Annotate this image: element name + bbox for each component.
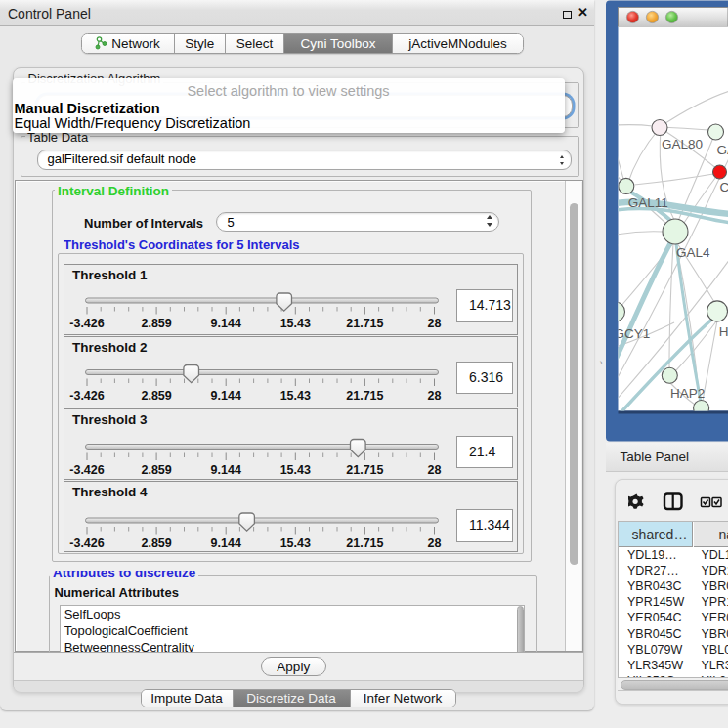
svg-text:-3.426: -3.426	[69, 317, 104, 330]
svg-text:9.144: 9.144	[210, 536, 240, 550]
svg-text:21.715: 21.715	[346, 536, 383, 550]
svg-text:28: 28	[427, 317, 441, 330]
svg-text:C: C	[720, 180, 728, 194]
svg-text:H: H	[719, 324, 728, 339]
svg-text:GAL80: GAL80	[662, 137, 703, 151]
svg-text:2.859: 2.859	[141, 317, 171, 330]
svg-text:21.715: 21.715	[346, 462, 383, 476]
svg-text:-3.426: -3.426	[69, 388, 104, 402]
svg-text:28: 28	[427, 536, 441, 550]
svg-text:21.715: 21.715	[346, 317, 383, 330]
svg-text:21.715: 21.715	[346, 388, 383, 402]
svg-text:15.43: 15.43	[279, 462, 310, 476]
svg-text:-3.426: -3.426	[69, 462, 104, 476]
svg-text:15.43: 15.43	[279, 317, 310, 330]
svg-text:15.43: 15.43	[279, 536, 310, 550]
svg-text:-3.426: -3.426	[69, 536, 104, 550]
svg-text:28: 28	[427, 462, 441, 476]
svg-text:GAL11: GAL11	[628, 195, 668, 210]
svg-text:2.859: 2.859	[141, 462, 171, 476]
svg-text:GA: GA	[717, 143, 728, 157]
svg-text:2.859: 2.859	[141, 388, 171, 402]
svg-text:GCY1: GCY1	[615, 326, 651, 341]
svg-text:9.144: 9.144	[210, 462, 240, 476]
svg-text:9.144: 9.144	[210, 317, 240, 330]
svg-text:2.859: 2.859	[141, 536, 171, 550]
svg-text:GAL4: GAL4	[676, 245, 710, 260]
svg-text:15.43: 15.43	[279, 388, 310, 402]
svg-text:28: 28	[427, 388, 441, 402]
svg-text:9.144: 9.144	[210, 388, 240, 402]
svg-text:HAP2: HAP2	[670, 386, 705, 401]
